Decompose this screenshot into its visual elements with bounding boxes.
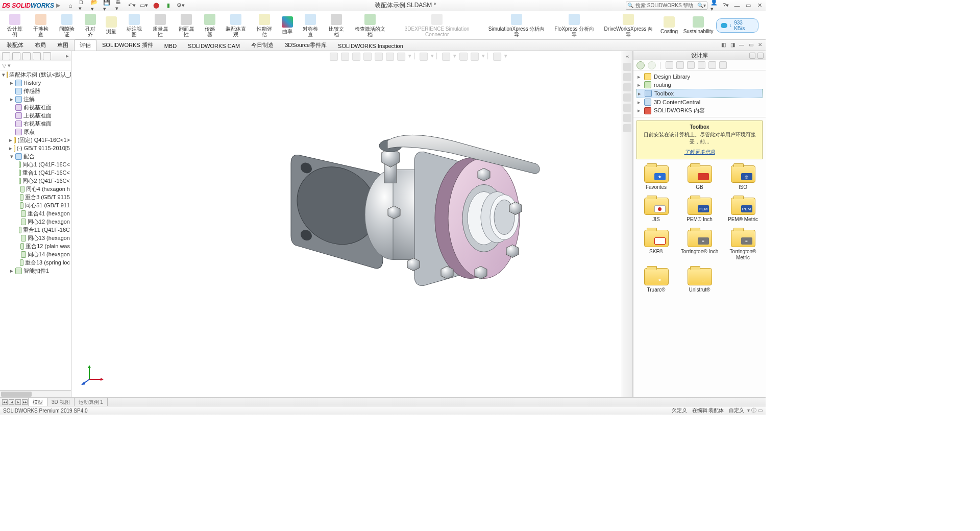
dlib-forward-icon[interactable] [648, 61, 656, 69]
tree-mate-item[interactable]: 同心1 (Q41F-16C< [15, 160, 71, 168]
toolbox-folder-PEM-Metric[interactable]: PEMPEM® Metric [722, 198, 764, 223]
ribbon-DriveWorksXpress-向导[interactable]: DriveWorksXpress 向导 [599, 11, 657, 39]
dlib-back-icon[interactable] [636, 61, 645, 69]
tree-mate-item[interactable]: 同心14 (hexagon [15, 250, 71, 258]
home-icon[interactable]: ⌂ [66, 2, 75, 10]
dlib-config-icon[interactable] [698, 61, 705, 69]
dlib-tree-Design-Library[interactable]: ▸Design Library [636, 73, 763, 81]
tree-annotations[interactable]: ▸注解 [8, 95, 71, 103]
dlib-refresh-icon[interactable] [687, 61, 695, 69]
task-design-library-icon[interactable] [623, 73, 631, 81]
display-style-icon[interactable] [386, 53, 394, 61]
tab-3DSource零件库[interactable]: 3DSource零件库 [279, 39, 332, 51]
ribbon-设计算例[interactable]: 设计算例 [2, 11, 28, 39]
help-icon[interactable]: ?▾ [722, 2, 730, 10]
ribbon-剖面属性[interactable]: 剖面属性 [174, 11, 200, 39]
toolbox-folder-JIS[interactable]: JIS [635, 198, 677, 223]
tree-horizontal-scrollbar[interactable] [0, 390, 71, 397]
tree-mate-item[interactable]: 重合1 (Q41F-16C< [15, 168, 71, 177]
hide-show-icon[interactable] [397, 53, 405, 61]
ribbon-孔对齐[interactable]: 孔对齐 [80, 11, 101, 39]
tree-mate-item[interactable]: 重合41 (hexagon [15, 209, 71, 218]
ribbon-SimulationXpress-分析向导[interactable]: SimulationXpress 分析向导 [484, 11, 550, 39]
ribbon-质量属性[interactable]: 质量属性 [148, 11, 174, 39]
task-custom-props-icon[interactable] [623, 114, 631, 122]
task-home-icon[interactable] [623, 63, 631, 71]
new-icon[interactable]: 🗋▾ [79, 2, 87, 10]
options-flag-icon[interactable]: ▮ [164, 2, 173, 10]
ribbon-对称检查[interactable]: 对称检查 [298, 11, 324, 39]
orientation-triad[interactable] [84, 364, 105, 384]
ribbon-检查激活的文档[interactable]: 检查激活的文档 [350, 11, 390, 39]
toolbox-folder-PEM-Inch[interactable]: PEMPEM® Inch [679, 198, 720, 223]
edit-appearance-icon[interactable] [420, 53, 428, 61]
rebuild-icon[interactable]: ⬤ [152, 2, 160, 10]
tab-今日制造[interactable]: 今日制造 [246, 39, 279, 51]
tab-布局[interactable]: 布局 [29, 39, 52, 51]
feature-tree[interactable]: ▾装配体示例 (默认<默认_显 ▸History 传感器 ▸注解 前视基准面 上… [0, 70, 71, 390]
ribbon-曲率[interactable]: 曲率 [277, 11, 298, 39]
dlib-tree-3D-ContentCentral[interactable]: ▸3D ContentCentral [636, 98, 763, 106]
open-icon[interactable]: 📂▾ [91, 2, 99, 10]
apply-scene-icon[interactable] [442, 53, 450, 61]
tree-sensors[interactable]: 传感器 [8, 87, 71, 95]
tree-origin[interactable]: 原点 [8, 128, 71, 136]
tab-SOLIDWORKS Inspection[interactable]: SOLIDWORKS Inspection [332, 41, 409, 51]
task-appearances-icon[interactable] [623, 104, 631, 112]
dlib-tree-routing[interactable]: ▸routing [636, 81, 763, 89]
tab-SOLIDWORKS 插件[interactable]: SOLIDWORKS 插件 [96, 39, 159, 51]
task-view-palette-icon[interactable] [623, 93, 631, 102]
ribbon-Costing[interactable]: Costing [658, 11, 681, 39]
tab-SOLIDWORKS CAM[interactable]: SOLIDWORKS CAM [182, 41, 246, 51]
tree-history[interactable]: ▸History [8, 79, 71, 87]
tree-mate-item[interactable]: 重合11 (Q41F-16C [15, 226, 71, 234]
toolbox-folder-SKF-[interactable]: SKFSKF® [635, 230, 677, 261]
toolbox-folder-Unistrut-[interactable]: ⎵Unistrut® [679, 268, 720, 293]
undo-icon[interactable]: ↶▾ [128, 2, 136, 10]
panel-pin-icon[interactable]: ◧ [720, 41, 727, 48]
zoom-fit-icon[interactable] [330, 53, 338, 61]
tree-mate-item[interactable]: 重合3 (GB/T 9115 [15, 193, 71, 201]
doc-minimize-icon[interactable]: — [738, 41, 745, 48]
dlib-up-icon[interactable] [708, 61, 716, 69]
panel-arrow-icon[interactable]: ▸ [66, 53, 69, 59]
property-tab-icon[interactable] [12, 52, 20, 60]
tree-right-plane[interactable]: 右视基准面 [8, 119, 71, 128]
user-icon[interactable]: 👤▾ [710, 2, 719, 10]
task-pane-collapse-icon[interactable]: « [626, 53, 629, 59]
ribbon-FloXpress-分析向导[interactable]: FloXpress 分析向导 [550, 11, 599, 39]
doc-restore-icon[interactable]: ▭ [747, 41, 754, 48]
tree-mate-item[interactable]: 同心51 (GB/T 911 [15, 201, 71, 209]
render-tools-icon[interactable] [471, 53, 479, 61]
tree-component-1[interactable]: ▸(固定) Q41F-16C<1> [8, 136, 71, 144]
sheet-tab-3D 视图[interactable]: 3D 视图 [47, 398, 75, 406]
design-library-tree[interactable]: ▸Design Library▸routing▸Toolbox▸3D Conte… [633, 70, 766, 117]
dlib-add-folder-icon[interactable] [676, 61, 684, 69]
tree-component-2[interactable]: ▸(-) GB/T 9115-2010[5 [8, 144, 71, 152]
minimize-icon[interactable]: — [733, 2, 741, 10]
zoom-area-icon[interactable] [341, 53, 349, 61]
logo-arrow-icon[interactable]: ▶ [56, 2, 60, 9]
ribbon-标注视图[interactable]: 标注视图 [121, 11, 148, 39]
view-orient-icon[interactable] [375, 53, 383, 61]
select-icon[interactable]: ▭▾ [140, 2, 148, 10]
dlib-pin-icon[interactable] [757, 53, 764, 59]
restore-icon[interactable]: ▭ [744, 2, 752, 10]
prev-view-icon[interactable] [352, 53, 360, 61]
tree-front-plane[interactable]: 前视基准面 [8, 103, 71, 111]
sheet-tab-模型[interactable]: 模型 [28, 398, 47, 406]
toolbox-folder-Torrington-Inch[interactable]: ≡Torrington® Inch [679, 230, 720, 261]
sheet-nav[interactable]: ◂◂◂▸▸▸ [2, 399, 28, 405]
toolbox-folder-Truarc-[interactable]: eTruarc® [635, 268, 677, 293]
section-view-icon[interactable] [363, 53, 372, 61]
toolbox-folder-ISO[interactable]: ◎ISO [722, 165, 764, 190]
dlib-pin2-icon[interactable] [719, 61, 727, 69]
view-settings-icon[interactable] [459, 53, 468, 61]
settings-icon[interactable]: ⚙▾ [177, 2, 185, 10]
tab-草图[interactable]: 草图 [52, 39, 74, 51]
dimxpert-tab-icon[interactable] [33, 52, 41, 60]
help-search-input[interactable]: 🔍搜索 SOLIDWORKS 帮助🔍▾ [626, 2, 707, 10]
tab-评估[interactable]: 评估 [74, 39, 96, 51]
tab-MBD[interactable]: MBD [159, 41, 182, 51]
ribbon-Sustainability[interactable]: Sustainability [680, 11, 716, 39]
